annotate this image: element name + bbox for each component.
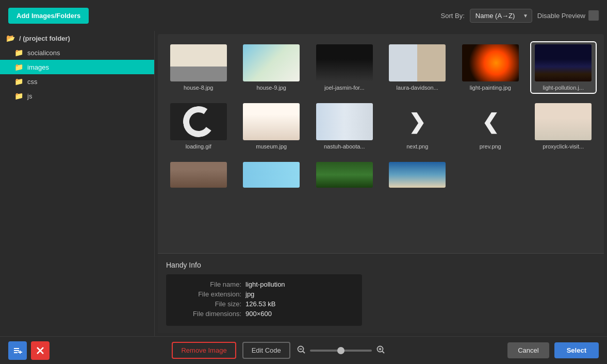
socialicons-folder-icon: 📁: [14, 48, 23, 57]
file-item-light-pollution[interactable]: light-pollution.j...: [531, 42, 596, 93]
zoom-slider[interactable]: [310, 350, 372, 352]
root-folder-icon: 📂: [6, 34, 15, 42]
file-item-museum[interactable]: museum.jpg: [239, 101, 304, 152]
sidebar-item-socialicons[interactable]: 📁 socialicons: [0, 45, 154, 60]
file-name-light-pollution: light-pollution.j...: [543, 85, 584, 91]
file-name-laura: laura-davidson...: [397, 85, 438, 91]
remove-image-button[interactable]: Remove Image: [172, 342, 236, 359]
sidebar-js-label: js: [27, 92, 32, 100]
file-item-row3d[interactable]: [385, 160, 450, 190]
file-thumb-nastuh: [316, 103, 373, 140]
file-item-house8[interactable]: house-8.jpg: [166, 42, 231, 93]
svg-rect-1: [14, 350, 19, 351]
zoom-in-icon[interactable]: [376, 345, 385, 356]
svg-line-11: [382, 351, 384, 353]
handy-info-panel: Handy Info File name: light-pollution Fi…: [158, 253, 604, 333]
file-thumb-light-pollution: [535, 44, 592, 81]
add-images-button[interactable]: Add Images/Folders: [8, 8, 89, 24]
sidebar-item-root[interactable]: 📂 / (project folder): [0, 31, 154, 45]
file-thumb-museum: [243, 103, 300, 140]
bottom-center-controls: Remove Image Edit Code: [172, 342, 385, 359]
file-item-nastuh[interactable]: nastuh-aboota...: [312, 101, 377, 152]
file-name-value: light-pollution: [245, 280, 285, 288]
file-dims-value: 900×600: [245, 310, 272, 318]
file-name-joel: joel-jasmin-for...: [324, 85, 365, 91]
sidebar-images-label: images: [27, 63, 49, 71]
file-ext-label: File extension:: [174, 290, 241, 298]
file-thumb-joel: [316, 44, 373, 81]
file-thumb-row3a: [170, 162, 227, 188]
top-bar: Add Images/Folders Sort By: Name (A→Z) N…: [0, 0, 607, 31]
sidebar-item-images[interactable]: 📁 images: [0, 60, 154, 74]
file-item-joel[interactable]: joel-jasmin-for...: [312, 42, 377, 93]
svg-rect-4: [18, 352, 22, 353]
edit-code-button[interactable]: Edit Code: [242, 342, 290, 359]
file-thumb-house8: [170, 44, 227, 81]
file-item-next[interactable]: ❯ next.png: [385, 101, 450, 152]
file-thumb-next: ❯: [389, 103, 446, 140]
file-thumb-row3c: [316, 162, 373, 188]
svg-rect-2: [14, 352, 18, 353]
add-list-button[interactable]: [8, 341, 27, 360]
main-content: 📂 / (project folder) 📁 socialicons 📁 ima…: [0, 31, 607, 336]
bottom-bar: Remove Image Edit Code: [0, 336, 607, 364]
file-grid-area: house-8.jpg house-9.jpg joel-jasmin-for.…: [158, 34, 604, 253]
sort-dropdown-wrapper: Name (A→Z) Name (Z→A) Date Modified File…: [470, 9, 532, 23]
file-thumb-prev: ❮: [462, 103, 519, 140]
file-item-house9[interactable]: house-9.jpg: [239, 42, 304, 93]
file-thumb-row3d: [389, 162, 446, 188]
file-grid: house-8.jpg house-9.jpg joel-jasmin-for.…: [166, 42, 596, 190]
images-folder-icon: 📁: [14, 63, 23, 71]
file-item-loading[interactable]: loading.gif: [166, 101, 231, 152]
file-name-nastuh: nastuh-aboota...: [324, 143, 365, 150]
zoom-controls: [297, 345, 385, 356]
bottom-right-actions: Cancel Select: [507, 342, 599, 358]
file-browser: house-8.jpg house-9.jpg joel-jasmin-for.…: [158, 34, 604, 333]
css-folder-icon: 📁: [14, 77, 23, 86]
file-item-prev[interactable]: ❮ prev.png: [458, 101, 523, 152]
file-name-light-painting: light-painting.jpg: [470, 85, 511, 91]
file-thumb-house9: [243, 44, 300, 81]
js-folder-icon: 📁: [14, 92, 23, 100]
handy-info-title: Handy Info: [166, 261, 596, 269]
sidebar: 📂 / (project folder) 📁 socialicons 📁 ima…: [0, 31, 155, 336]
info-row-ext: File extension: jpg: [174, 290, 354, 298]
file-name-loading: loading.gif: [186, 143, 211, 150]
file-item-proxyclick[interactable]: proxyclick-visit...: [531, 101, 596, 152]
file-item-laura[interactable]: laura-davidson...: [385, 42, 450, 93]
bottom-left-icons: [8, 341, 50, 360]
file-name-house9: house-9.jpg: [257, 85, 287, 91]
sidebar-item-js[interactable]: 📁 js: [0, 89, 154, 103]
info-box: File name: light-pollution File extensio…: [166, 274, 362, 326]
app-window: Add Images/Folders Sort By: Name (A→Z) N…: [0, 0, 607, 364]
remove-x-icon: [37, 347, 44, 354]
file-thumb-loading: [170, 103, 227, 140]
file-ext-value: jpg: [245, 290, 254, 298]
file-name-museum: museum.jpg: [256, 143, 287, 150]
zoom-out-icon[interactable]: [297, 345, 306, 356]
file-dims-label: File dimensions:: [174, 310, 241, 318]
file-name-label: File name:: [174, 280, 241, 288]
disable-preview-toggle[interactable]: Disable Preview: [537, 10, 599, 21]
preview-toggle-checkbox[interactable]: [588, 10, 599, 21]
sort-select[interactable]: Name (A→Z) Name (Z→A) Date Modified File…: [470, 9, 532, 23]
loading-c-shape: [181, 104, 217, 140]
sidebar-item-css[interactable]: 📁 css: [0, 74, 154, 89]
file-size-label: File size:: [174, 300, 241, 308]
file-item-row3b[interactable]: [239, 160, 304, 190]
file-name-house8: house-8.jpg: [184, 85, 214, 91]
file-size-value: 126.53 kB: [245, 300, 276, 308]
sidebar-socialicons-label: socialicons: [27, 49, 60, 57]
sidebar-css-label: css: [27, 78, 38, 86]
disable-preview-label: Disable Preview: [537, 12, 585, 20]
add-list-icon: [13, 346, 22, 355]
cancel-button[interactable]: Cancel: [507, 342, 549, 358]
select-button[interactable]: Select: [554, 342, 599, 358]
file-item-row3a[interactable]: [166, 160, 231, 190]
file-item-row3c[interactable]: [312, 160, 377, 190]
sidebar-empty-space: [0, 103, 154, 278]
info-row-size: File size: 126.53 kB: [174, 300, 354, 308]
file-item-light-painting[interactable]: light-painting.jpg: [458, 42, 523, 93]
remove-icon-button[interactable]: [31, 341, 50, 360]
sidebar-root-label: / (project folder): [19, 35, 70, 42]
